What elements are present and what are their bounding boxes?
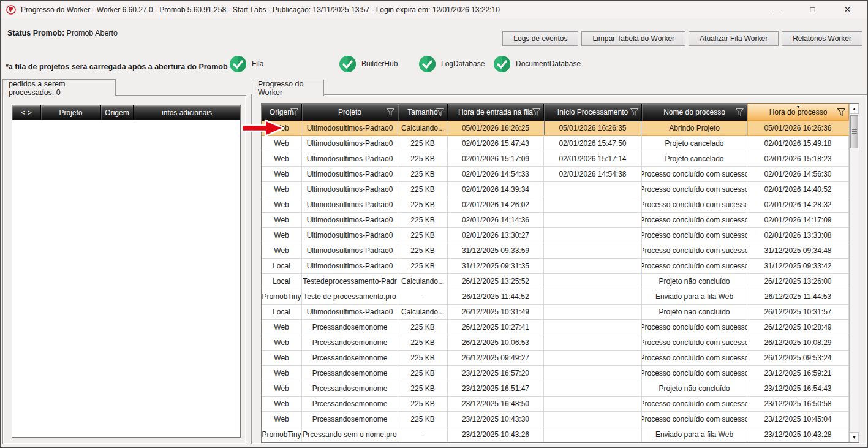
table-cell[interactable]: 26/12/2025 09:49:27 [448, 351, 544, 366]
table-cell[interactable]: 225 KB [398, 397, 448, 412]
filter-icon[interactable] [436, 108, 444, 116]
scrollbar-thumb[interactable] [850, 115, 858, 148]
table-cell[interactable]: Processo concluído com sucesso [642, 182, 747, 197]
table-cell[interactable]: Ultimodosultimos-Padrao0 [302, 136, 398, 151]
table-cell[interactable]: 23/12/2025 16:54:43 [747, 381, 849, 397]
table-cell[interactable]: 225 KB [398, 182, 448, 197]
table-cell[interactable]: 02/01/2026 14:28:32 [747, 197, 849, 213]
table-cell[interactable]: 225 KB [398, 320, 448, 335]
table-cell[interactable]: Processo concluído com sucesso [642, 335, 747, 351]
table-cell[interactable]: Prcessandosemonome [302, 335, 398, 351]
table-cell[interactable]: Projeto cancelado [642, 136, 747, 151]
table-row[interactable]: WebPrcessandosemonome225 KB26/12/2025 09… [262, 351, 849, 366]
column-header-origem[interactable]: Origem [101, 105, 134, 120]
table-cell[interactable]: Processo concluído com sucesso [642, 397, 747, 412]
table-cell[interactable]: 02/01/2026 14:17:09 [747, 213, 849, 228]
table-cell[interactable]: 225 KB [398, 197, 448, 213]
table-cell[interactable]: Calculando... [398, 121, 448, 136]
table-cell[interactable]: Prcessandosemonome [302, 412, 398, 427]
table-row[interactable]: WebPrcessandosemonome225 KB26/12/2025 10… [262, 335, 849, 351]
table-cell[interactable]: - [398, 289, 448, 305]
filter-icon[interactable] [387, 108, 394, 116]
filter-icon[interactable] [837, 108, 845, 116]
scroll-up-button[interactable]: ▲ [850, 104, 859, 114]
table-cell[interactable]: Web [262, 243, 302, 259]
table-cell[interactable]: Abrindo Projeto [642, 121, 747, 136]
table-cell[interactable]: Processo concluído com sucesso [642, 366, 747, 381]
table-cell[interactable]: 26/12/2025 13:25:52 [448, 274, 544, 289]
table-cell[interactable]: 26/12/2025 10:31:57 [747, 305, 849, 320]
table-cell[interactable]: 02/01/2026 15:47:43 [448, 136, 544, 151]
table-cell[interactable]: 26/12/2025 10:27:41 [448, 320, 544, 335]
table-row[interactable]: LocalUltimodosultimos-Padrao0Calculando.… [262, 305, 849, 320]
table-cell[interactable]: 02/01/2026 14:54:33 [448, 167, 544, 182]
table-cell[interactable] [544, 335, 642, 351]
filter-icon[interactable] [290, 108, 298, 116]
table-cell[interactable]: 225 KB [398, 228, 448, 243]
scroll-down-button[interactable]: ▼ [850, 432, 859, 442]
title-bar[interactable]: Progresso do Worker - Worker 6.60.27.0 -… [1, 1, 867, 18]
table-cell[interactable]: Processo concluído com sucesso [642, 213, 747, 228]
table-cell[interactable]: 26/12/2025 09:53:24 [747, 351, 849, 366]
table-cell[interactable]: Ultimodosultimos-Padrao0 [302, 243, 398, 259]
table-cell[interactable] [544, 197, 642, 213]
table-cell[interactable]: Web [262, 397, 302, 412]
table-cell[interactable]: Web [262, 335, 302, 351]
table-cell[interactable]: 225 KB [398, 151, 448, 167]
table-cell[interactable]: Processo concluído com sucesso [642, 351, 747, 366]
table-cell[interactable] [544, 259, 642, 274]
table-row[interactable]: WebUltimodosultimos-Padrao0225 KB02/01/2… [262, 182, 849, 197]
table-cell[interactable]: Web [262, 167, 302, 182]
table-cell[interactable]: Web [262, 136, 302, 151]
table-cell[interactable]: 02/01/2026 14:56:30 [747, 167, 849, 182]
table-cell[interactable]: 26/12/2025 10:31:49 [448, 305, 544, 320]
table-row[interactable]: WebPrcessandosemonome225 KB26/12/2025 10… [262, 320, 849, 335]
table-cell[interactable]: 02/01/2026 14:54:38 [544, 167, 642, 182]
table-row[interactable]: PromobTinyTeste de processamento.pro-26/… [262, 289, 849, 305]
filter-icon[interactable] [532, 108, 540, 116]
table-cell[interactable]: Enviado para a fila Web [642, 289, 747, 305]
table-row[interactable]: WebUltimodosultimos-Padrao0225 KB02/01/2… [262, 151, 849, 167]
table-cell[interactable]: Web [262, 213, 302, 228]
table-cell[interactable]: 02/01/2026 15:47:50 [544, 136, 642, 151]
table-row[interactable]: WebPrcessandosemonome225 KB23/12/2025 10… [262, 412, 849, 427]
table-cell[interactable]: Prcessandosemonome [302, 366, 398, 381]
table-cell[interactable]: Enviado para a fila Web [642, 427, 747, 442]
table-cell[interactable]: 02/01/2026 14:40:52 [747, 182, 849, 197]
table-cell[interactable] [544, 427, 642, 442]
table-cell[interactable]: Processo concluído com sucesso [642, 320, 747, 335]
table-cell[interactable]: Web [262, 381, 302, 397]
table-row[interactable]: WebUltimodosultimos-Padrao0225 KB02/01/2… [262, 197, 849, 213]
table-cell[interactable]: 02/01/2026 15:17:14 [544, 151, 642, 167]
table-cell[interactable] [544, 228, 642, 243]
column-header-projeto[interactable]: Projeto [41, 105, 101, 120]
table-cell[interactable]: Prcessandosemonome [302, 351, 398, 366]
column-header-tamanho[interactable]: Tamanho [398, 104, 448, 121]
filter-icon[interactable] [630, 108, 638, 116]
table-cell[interactable]: 225 KB [398, 259, 448, 274]
table-cell[interactable]: 225 KB [398, 335, 448, 351]
table-row[interactable]: WebPrcessandosemonome225 KB23/12/2025 16… [262, 381, 849, 397]
vertical-scrollbar[interactable]: ▲ ▼ [849, 104, 859, 442]
table-cell[interactable]: Ultimodosultimos-Padrao0 [302, 259, 398, 274]
table-cell[interactable]: Projeto cancelado [642, 151, 747, 167]
column-header-hora-processo[interactable]: ▾ Hora do processo [747, 104, 849, 121]
table-row[interactable]: WebUltimodosultimos-Padrao0225 KB02/01/2… [262, 213, 849, 228]
table-cell[interactable]: 225 KB [398, 243, 448, 259]
table-cell[interactable]: Processo concluído com sucesso [642, 412, 747, 427]
refresh-worker-queue-button[interactable]: Atualizar Fila Worker [689, 31, 779, 46]
table-cell[interactable]: Testedeprocessamento-Padr [302, 274, 398, 289]
table-cell[interactable]: 31/12/2025 09:33:42 [747, 259, 849, 274]
table-cell[interactable]: 23/12/2025 16:57:20 [448, 366, 544, 381]
table-cell[interactable]: 225 KB [398, 412, 448, 427]
table-cell[interactable]: Processo concluído com sucesso [642, 167, 747, 182]
table-cell[interactable]: Local [262, 259, 302, 274]
table-cell[interactable]: 23/12/2025 16:59:21 [747, 366, 849, 381]
filter-icon[interactable] [736, 108, 744, 116]
table-cell[interactable]: 26/12/2025 13:26:00 [747, 274, 849, 289]
table-cell[interactable]: 26/12/2025 11:44:52 [448, 289, 544, 305]
maximize-button[interactable]: □ [795, 1, 830, 18]
table-cell[interactable] [544, 366, 642, 381]
table-cell[interactable]: Calculando... [398, 305, 448, 320]
table-cell[interactable]: Web [262, 151, 302, 167]
